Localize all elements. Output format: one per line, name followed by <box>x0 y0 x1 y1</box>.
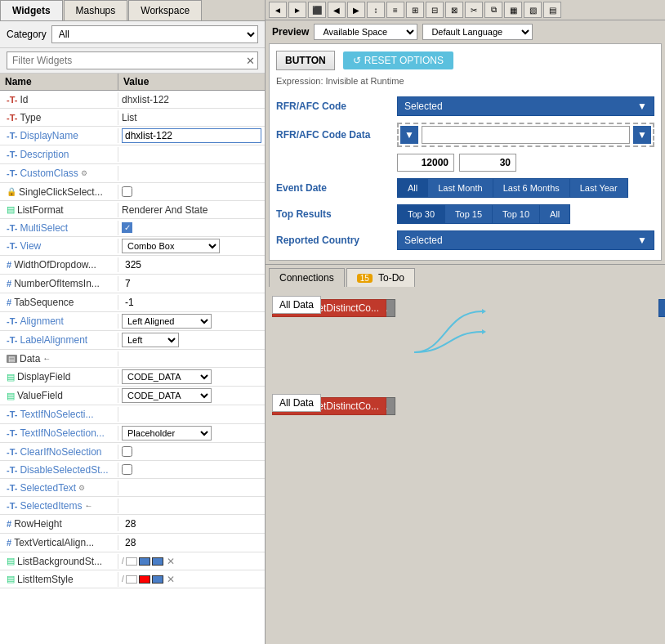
prop-name-singleclick: 🔒SingleClickSelect... <box>0 185 118 199</box>
alldata-node-2[interactable]: All Data <box>272 394 321 412</box>
T-icon: -T- <box>7 465 17 475</box>
toolbar-btn-12[interactable]: ⧉ <box>484 2 502 18</box>
rfr-data-label: RFR/AFC Code Data <box>276 129 391 141</box>
prop-row-listbg: ▤ListBackgroundSt... / ✕ <box>0 552 265 570</box>
rfr-data-dropdown[interactable]: ▼ ▼ <box>397 123 654 147</box>
tab-mashups[interactable]: Mashups <box>64 0 128 20</box>
dd-inner-arrow-icon: ▼ <box>400 126 418 144</box>
prop-row-clearifno: -T-ClearIfNoSelection <box>0 443 265 461</box>
prop-row-type: -T-Type List <box>0 109 265 127</box>
hash-icon: # <box>7 279 11 288</box>
toolbar-btn-13[interactable]: ▦ <box>504 2 522 18</box>
prop-name-displayfield: ▤DisplayField <box>0 369 118 384</box>
top-results-btn-10[interactable]: Top 10 <box>493 204 540 224</box>
T-icon: -T- <box>7 483 17 493</box>
category-label: Category <box>7 29 47 40</box>
tabseq-input[interactable] <box>122 295 261 310</box>
rowheight-input[interactable] <box>122 517 261 531</box>
width-input[interactable] <box>122 257 261 272</box>
event-date-btn-lastyear[interactable]: Last Year <box>570 178 628 198</box>
T-icon: -T- <box>7 428 17 438</box>
toolbar-btn-4[interactable]: ◀ <box>328 2 346 18</box>
toolbar-btn-3[interactable]: ⬛ <box>308 2 326 18</box>
valuefield-select[interactable]: CODE_DATA <box>122 388 212 403</box>
event-date-label: Event Date <box>276 182 391 194</box>
event-date-control: All Last Month Last 6 Months Last Year <box>397 178 654 198</box>
tab-widgets[interactable]: Widgets <box>0 0 63 20</box>
view-select[interactable]: Combo Box <box>122 239 220 253</box>
numitems-input[interactable] <box>122 276 261 291</box>
prop-name-tabseq: #TabSequence <box>0 295 118 310</box>
category-select[interactable]: All <box>51 25 258 43</box>
prop-name-listitem: ▤ListItemStyle <box>0 572 118 587</box>
toolbar-btn-10[interactable]: ⊠ <box>445 2 463 18</box>
prop-name-multiselect: -T-MultiSelect <box>0 221 118 235</box>
left-nodes-top: ▦ Things_MITG_ACH... ▶ servgetDistinctCo… <box>272 299 283 311</box>
toolbar-btn-11[interactable]: ✂ <box>465 2 483 18</box>
toolbar-btn-2[interactable]: ► <box>288 2 306 18</box>
textifno1-input[interactable] <box>122 407 261 422</box>
delete-icon2[interactable]: ✕ <box>167 574 175 585</box>
filter-clear-icon[interactable]: ✕ <box>246 55 255 67</box>
T-icon: -T- <box>7 168 17 178</box>
prop-value-view: Combo Box <box>118 237 265 255</box>
rfr-data-control: ▼ ▼ <box>397 123 654 147</box>
preview-space-select[interactable]: Available Space <box>314 24 417 40</box>
toolbar-btn-1[interactable]: ◄ <box>269 2 287 18</box>
textifno2-select[interactable]: Placeholder <box>122 426 212 441</box>
T-icon: -T- <box>7 335 17 345</box>
props-header-name: Name <box>0 74 118 90</box>
country-dropdown[interactable]: Selected ▼ <box>397 230 654 250</box>
todo-label: To-Do <box>378 272 404 284</box>
toolbar-btn-7[interactable]: ≡ <box>386 2 404 18</box>
clearifno-checkbox[interactable] <box>122 446 132 457</box>
button-widget[interactable]: BUTTON <box>276 51 335 70</box>
prop-name-listformat: ▤ListFormat <box>0 203 118 217</box>
number-input-2[interactable] <box>459 154 516 172</box>
toolbar-btn-6[interactable]: ↕ <box>367 2 385 18</box>
delete-icon[interactable]: ✕ <box>167 556 175 567</box>
reset-options-button[interactable]: ↺ RESET OPTIONS <box>343 51 453 69</box>
labelalign-select[interactable]: Left <box>122 333 179 347</box>
textvalign-input[interactable] <box>122 535 261 550</box>
toolbar-btn-14[interactable]: ▧ <box>524 2 542 18</box>
number-input-1[interactable] <box>397 154 454 172</box>
top-results-btn-all[interactable]: All <box>540 204 570 224</box>
event-date-btn-last6months[interactable]: Last 6 Months <box>493 178 570 198</box>
top-results-btn-15[interactable]: Top 15 <box>445 204 493 224</box>
event-date-row: Event Date All Last Month Last 6 Months … <box>276 178 654 198</box>
displayfield-select[interactable]: CODE_DATA <box>122 369 212 384</box>
alignment-select[interactable]: Left Aligned <box>122 314 212 329</box>
multiselect-checked[interactable]: ✓ <box>122 222 132 233</box>
alldata-node-1[interactable]: All Data <box>272 296 321 314</box>
T-icon: -T- <box>7 241 17 251</box>
top-results-btn-30[interactable]: Top 30 <box>397 204 445 224</box>
preview-area: Preview Available Space Default Language… <box>266 20 665 265</box>
color-swatch-red2 <box>139 575 150 584</box>
tab-connections[interactable]: Connections <box>269 268 345 287</box>
rfr-code-control: Selected ▼ <box>397 96 654 116</box>
filter-input[interactable] <box>7 51 258 69</box>
todo-badge: 15 <box>357 274 373 283</box>
dhxlist-node[interactable]: dhxlist-122 <box>658 299 665 317</box>
prop-value-labelalign: Left <box>118 331 265 349</box>
rfr-code-dropdown[interactable]: Selected ▼ <box>397 96 654 116</box>
prop-value-textifno1 <box>118 405 265 423</box>
tab-workspace[interactable]: Workspace <box>128 0 202 20</box>
toolbar-btn-9[interactable]: ⊟ <box>426 2 444 18</box>
customclass-input[interactable] <box>122 166 261 181</box>
prop-value-type: List <box>118 110 265 125</box>
tab-todo[interactable]: 15 To-Do <box>346 268 415 287</box>
toolbar-btn-8[interactable]: ⊞ <box>406 2 424 18</box>
singleclick-checkbox[interactable] <box>122 186 132 197</box>
toolbar-btn-15[interactable]: ▤ <box>543 2 561 18</box>
category-row: Category All <box>0 21 265 48</box>
event-date-btn-all[interactable]: All <box>397 178 428 198</box>
toolbar-btn-5[interactable]: ▶ <box>347 2 365 18</box>
description-input[interactable] <box>122 147 261 162</box>
preview-language-select[interactable]: Default Language <box>422 24 533 40</box>
event-date-btn-lastmonth[interactable]: Last Month <box>428 178 493 198</box>
disablesel-checkbox[interactable] <box>122 464 132 475</box>
prop-name-rowheight: #RowHeight <box>0 517 118 531</box>
displayname-input[interactable] <box>122 128 261 143</box>
